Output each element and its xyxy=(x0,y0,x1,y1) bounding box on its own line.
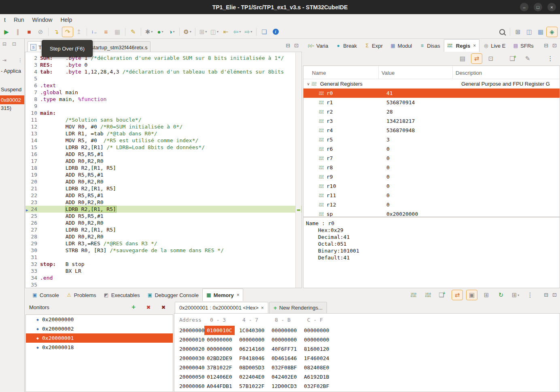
close-button[interactable]: × xyxy=(547,3,556,11)
close-icon[interactable]: × xyxy=(261,305,264,311)
view-tab-debugger-console[interactable]: ▣Debugger Console xyxy=(143,289,202,301)
debug-perspective-icon[interactable]: ◈ xyxy=(547,27,557,37)
view-tab-modul[interactable]: ▦Modul xyxy=(386,39,416,52)
link-memory-rendering-icon[interactable]: ⇄ xyxy=(452,290,462,300)
forward-icon[interactable]: ⇨▾ xyxy=(243,27,254,37)
rendering-tab-0x20000001-0x20000001-hex[interactable]: 0x20000001 : 0x20000001 <Hex>× xyxy=(175,302,268,313)
register-row[interactable]: 10100101r041 xyxy=(303,89,560,98)
column-header-value[interactable]: Value xyxy=(382,70,395,76)
register-row[interactable]: 10100101r60 xyxy=(303,144,560,154)
code-line[interactable]: 23 ADD R0,R2,R0 xyxy=(25,199,301,206)
add-monitor-button[interactable]: + xyxy=(128,302,139,312)
code-line[interactable]: 17 ADD R0,R2,R0 xyxy=(25,158,301,164)
step-over-icon[interactable]: ↷ xyxy=(62,27,73,37)
maximize-view-icon[interactable]: ⊡ xyxy=(294,42,299,48)
register-row[interactable]: 10100101r100 xyxy=(303,181,560,191)
memory-row[interactable]: 20000050012406E0022404E0042402E0A6192D1B xyxy=(174,372,560,381)
register-row[interactable]: 10100101r80 xyxy=(303,163,560,172)
memory-cell[interactable]: 022404E0 xyxy=(239,374,265,380)
restore-view-icon[interactable]: ⊡ xyxy=(12,41,16,47)
minimize-view-icon[interactable]: ⊟ xyxy=(2,41,6,47)
register-row[interactable]: 10100101r53 xyxy=(303,135,560,144)
code-line[interactable]: 25 ADD R5,R5,#1 xyxy=(25,213,301,219)
memory-cell[interactable]: 06214160 xyxy=(239,346,265,352)
build-icon[interactable]: ⚙▾ xyxy=(182,27,193,37)
maximize-view-icon[interactable]: ⊡ xyxy=(552,292,557,298)
view-tab-expr[interactable]: ΣExpr xyxy=(361,39,386,52)
memory-cell[interactable]: 81600120 xyxy=(304,346,329,352)
memory-cell[interactable]: 57B1022F xyxy=(239,383,265,389)
code-line[interactable]: 31 xyxy=(25,254,301,261)
code-line[interactable]: 9 xyxy=(25,103,301,110)
new-wizard-icon[interactable]: ✱▾ xyxy=(144,27,154,37)
menu-item-run[interactable]: Run xyxy=(10,14,28,25)
open-element-icon[interactable]: ◫▾ xyxy=(209,27,220,37)
memory-cell[interactable]: 00000000 xyxy=(304,327,329,333)
memory-cell[interactable]: 00000000 xyxy=(239,337,265,343)
register-row[interactable]: 10100101r90 xyxy=(303,172,560,181)
code-line[interactable]: 26 ADD R0,R2,R0 xyxy=(25,219,301,226)
device-config-perspective-icon[interactable]: ▦ xyxy=(535,27,546,37)
register-row[interactable]: 10100101sp0x20020000 xyxy=(303,209,560,217)
code-line[interactable]: 34.end xyxy=(25,274,301,281)
last-edit-icon[interactable]: ⇤ xyxy=(221,27,231,37)
memory-view-icon[interactable]: ▦ xyxy=(112,27,123,37)
code-line[interactable]: 14 MOV R5, #0 /*R5 est utilisé comme ind… xyxy=(25,137,301,144)
maximize-view-icon[interactable]: ⊡ xyxy=(552,42,557,48)
editor-scrollbar[interactable] xyxy=(295,53,301,288)
code-line[interactable]: 28 ADD R0,R2,R0 xyxy=(25,233,301,240)
view-tab-live-e[interactable]: ◎Live E xyxy=(479,39,509,52)
external-tools-icon[interactable]: ◑▾ xyxy=(166,27,177,37)
view-menu-icon[interactable]: ⋮ xyxy=(18,57,23,63)
code-line[interactable]: 3RES: .byte 0 xyxy=(25,61,301,68)
memory-cell[interactable]: 00000000 xyxy=(272,327,297,333)
memory-cell[interactable]: 032F08BF xyxy=(272,365,297,371)
step-into-icon[interactable]: ↴ xyxy=(51,27,62,37)
code-line[interactable]: 32stop: B stop xyxy=(25,261,301,268)
memory-row[interactable]: 2000003002BD2DE9F04180460D4616461F460024 xyxy=(174,354,560,363)
register-row[interactable]: 10100101r110 xyxy=(303,191,560,200)
table-format-icon[interactable]: ⊞ xyxy=(481,290,492,300)
column-header-name[interactable]: Name xyxy=(312,70,326,76)
instruction-stepping-icon[interactable]: i→ xyxy=(89,27,100,37)
memory-monitor-item[interactable]: ◆0x20000000 xyxy=(26,315,173,324)
new-project-icon[interactable]: ⊞▾ xyxy=(198,27,208,37)
register-row[interactable]: 10100101r228 xyxy=(303,107,560,116)
memory-cell[interactable]: 1F460024 xyxy=(304,355,329,361)
minimize-view-icon[interactable]: ⊟ xyxy=(544,292,548,298)
code-line[interactable]: 15 LDRB R2,[R1] /* LDRB=Load 8bits de do… xyxy=(25,144,301,151)
memory-cell[interactable]: 042402E0 xyxy=(272,374,297,380)
add-rendering-icon[interactable]: ❏+ xyxy=(437,290,448,300)
register-row[interactable]: 10100101r4536870948 xyxy=(303,126,560,135)
code-line[interactable]: 19 ADD R5,R5,#1 xyxy=(25,171,301,178)
terminate-icon[interactable]: ■ xyxy=(24,27,34,37)
view-tab-break[interactable]: ●Break xyxy=(332,39,361,52)
memory-row[interactable]: 200000000100010C1C0403000000000000000000 xyxy=(174,326,560,335)
memory-cell[interactable]: 0100010C xyxy=(204,326,235,335)
cpp-perspective-icon[interactable]: ◫ xyxy=(524,27,535,37)
layout-dropdown-icon[interactable]: ⊞▾ xyxy=(510,290,521,300)
suspend-icon[interactable]: ∥ xyxy=(13,27,23,37)
register-group-row[interactable]: ∨10100101General RegistersGeneral Purpos… xyxy=(303,79,560,89)
debug-view-strip[interactable]: ⊟⊡⇥⋮- ApplicaSuspend0x80002315) xyxy=(0,39,25,392)
menu-item-help[interactable]: Help xyxy=(56,14,76,25)
memory-cell[interactable]: 12D00CD3 xyxy=(272,383,297,389)
code-line[interactable]: 18 LDRB R2,[R1, R5] xyxy=(25,164,301,171)
view-tab-sfrs[interactable]: ▤SFRs xyxy=(509,39,537,52)
code-line[interactable]: 20 ADD R0,R2,R0 xyxy=(25,178,301,185)
code-line[interactable]: 16 ADD R5,R5,#1 xyxy=(25,151,301,158)
view-tab-regis[interactable]: 10100101Regis× xyxy=(444,39,479,52)
code-line[interactable]: ▶24 LDRB R2,[R1, R5] xyxy=(25,206,301,213)
memory-row[interactable]: 2000001000000000000000000000000000000000 xyxy=(174,335,560,344)
code-line[interactable]: 4tab: .byte 1,12,28,4,3 /*déclaration d'… xyxy=(25,68,301,75)
search-icon[interactable] xyxy=(497,27,507,37)
view-tab-memory[interactable]: ▦Memory× xyxy=(202,289,243,301)
code-line[interactable]: 35 xyxy=(25,281,301,288)
show-register-details-icon[interactable]: ⇄ xyxy=(471,54,482,63)
open-perspective-icon[interactable]: ⊞ xyxy=(513,27,523,37)
menu-item-t[interactable]: t xyxy=(0,14,10,25)
debug-tree-icon[interactable]: ⇥ xyxy=(2,57,6,63)
code-line[interactable]: 10main: xyxy=(25,110,301,116)
close-icon[interactable]: × xyxy=(473,43,476,48)
code-line[interactable]: 12 MOV R0, #0 /*R0=SUM initialisée à 0*/ xyxy=(25,123,301,130)
